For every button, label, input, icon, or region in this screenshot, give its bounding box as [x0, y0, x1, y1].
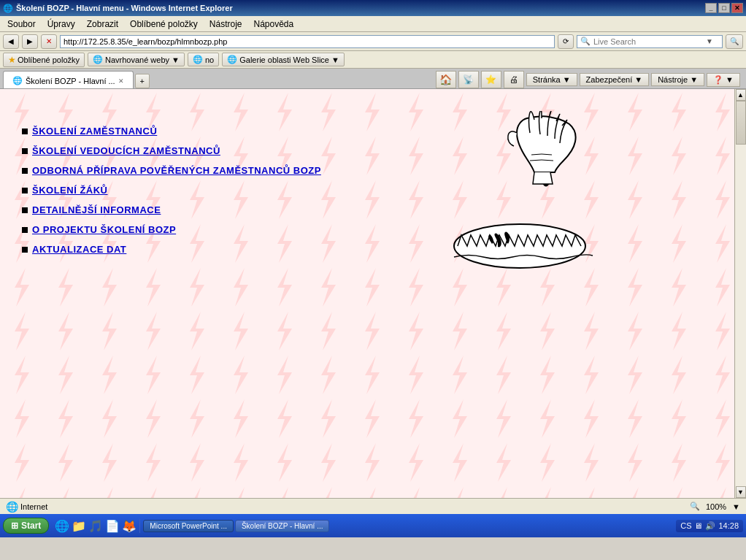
live-search-icon: 🔍 — [580, 37, 591, 46]
tools-button[interactable]: Nástroje ▼ — [651, 73, 704, 86]
link-skoleni-vedoucich[interactable]: ŠKOLENÍ VEDOUCÍCH ZAMĚSTNANCŮ — [32, 145, 220, 156]
no-item-button[interactable]: 🌐 no — [188, 53, 219, 66]
scroll-track[interactable] — [736, 101, 746, 486]
link-skoleni-zamestnancu[interactable]: ŠKOLENÍ ZAMĚSTNANCŮ — [32, 126, 157, 137]
page-button[interactable]: Stránka ▼ — [526, 73, 577, 86]
taskbar: ⊞ Start 🌐 📁 🎵 📄 🦊 Microsoft PowerPoint .… — [0, 514, 746, 537]
menu-soubor[interactable]: Soubor — [1, 18, 42, 31]
stop-button[interactable]: ✕ — [41, 34, 57, 49]
favorites-bar: ★ Oblíbené položky 🌐 Navrhované weby ▼ 🌐… — [0, 51, 746, 69]
taskbar-powerpoint[interactable]: Microsoft PowerPoint ... — [143, 520, 234, 532]
network-icon: 🖥 — [694, 521, 702, 530]
list-item: AKTUALIZACE DAT — [22, 244, 321, 255]
link-aktualizace[interactable]: AKTUALIZACE DAT — [32, 244, 126, 255]
link-skoleni-zaku[interactable]: ŠKOLENÍ ŽÁKŮ — [32, 185, 108, 196]
active-tab[interactable]: 🌐 Školení BOZP - Hlavní ... ✕ — [3, 71, 134, 88]
suggested-sites-button[interactable]: 🌐 Navrhované weby ▼ — [88, 53, 185, 66]
taskbar-right: CS 🖥 🔊 14:28 — [676, 520, 743, 532]
address-input[interactable] — [60, 35, 555, 48]
zoom-dropdown[interactable]: ▼ — [732, 502, 740, 511]
link-odborna-priprava[interactable]: ODBORNÁ PŘÍPRAVA POVĚŘENÝCH ZAMĚSTNANCŮ … — [32, 165, 321, 176]
title-bar-controls: _ □ ✕ — [705, 3, 743, 13]
home-button[interactable]: 🏠 — [436, 71, 456, 88]
speaker-icon: 🔊 — [705, 521, 715, 531]
zoom-label: 100% — [706, 502, 726, 511]
rss-button[interactable]: 📡 — [458, 71, 479, 88]
back-button[interactable]: ◀ — [3, 34, 19, 49]
internet-label: Internet — [20, 502, 47, 511]
time-label: 14:28 — [718, 521, 739, 530]
media-quick-icon[interactable]: 🎵 — [88, 519, 103, 533]
bullet-icon — [22, 168, 28, 174]
webslice-icon: 🌐 — [227, 55, 237, 64]
scrollbar[interactable]: ▲ ▼ — [734, 89, 746, 498]
link-detailnejsi[interactable]: DETAILNĚJŠÍ INFORMACE — [32, 204, 161, 215]
quick-launch: 🌐 📁 🎵 📄 🦊 — [52, 519, 140, 533]
search-input[interactable] — [593, 37, 703, 46]
bullet-icon — [22, 129, 28, 134]
ie-icon: 🌐 — [93, 55, 103, 64]
ie-quick-icon[interactable]: 🌐 — [55, 519, 69, 533]
list-item: O PROJEKTU ŠKOLENÍ BOZP — [22, 224, 321, 235]
favorites-label: Oblíbené položky — [18, 55, 80, 64]
zoom-icon: 🔍 — [690, 502, 700, 511]
menu-bar: Soubor Úpravy Zobrazit Oblíbené položky … — [0, 16, 746, 32]
menu-nastroje[interactable]: Nástroje — [204, 18, 248, 31]
globe-icon: 🌐 — [6, 501, 18, 513]
tools-label: Nástroje ▼ — [658, 75, 698, 84]
bullet-icon — [22, 247, 28, 253]
main-content: ▲ ▼ ŠKOLENÍ ZAMĚSTNANCŮ ŠKOLENÍ VEDOUCÍC… — [0, 89, 746, 498]
list-item: ODBORNÁ PŘÍPRAVA POVĚŘENÝCH ZAMĚSTNANCŮ … — [22, 165, 321, 176]
refresh-button[interactable]: ⟳ — [558, 34, 574, 49]
security-button[interactable]: Zabezpečení ▼ — [580, 73, 650, 86]
suggested-sites-label: Navrhované weby ▼ — [105, 55, 180, 64]
link-o-projektu[interactable]: O PROJEKTU ŠKOLENÍ BOZP — [32, 224, 176, 235]
security-label: Zabezpečení ▼ — [586, 75, 643, 84]
internet-badge: 🌐 Internet — [6, 501, 47, 513]
title-bar-left: 🌐 Školení BOZP - Hlavní menu - Windows I… — [3, 4, 233, 13]
new-tab-button[interactable]: + — [135, 74, 150, 88]
scroll-thumb[interactable] — [736, 101, 746, 145]
maximize-button[interactable]: □ — [718, 3, 730, 13]
status-bar: 🌐 Internet 🔍 100% ▼ — [0, 498, 746, 514]
scroll-down-button[interactable]: ▼ — [736, 486, 746, 498]
tab-close-button[interactable]: ✕ — [118, 77, 124, 85]
tab-label: Školení BOZP - Hlavní ... — [26, 77, 115, 85]
forward-button[interactable]: ▶ — [22, 34, 38, 49]
menu-upravy[interactable]: Úpravy — [42, 18, 81, 31]
svg-point-0 — [454, 224, 585, 268]
webslice-button[interactable]: 🌐 Galerie oblasti Web Slice ▼ — [222, 53, 345, 66]
scroll-up-button[interactable]: ▲ — [736, 89, 746, 101]
start-button[interactable]: ⊞ Start — [3, 518, 49, 534]
windows-logo: ⊞ — [11, 521, 18, 531]
list-item: ŠKOLENÍ ŽÁKŮ — [22, 185, 321, 196]
menu-napoveda[interactable]: Nápověda — [248, 18, 300, 31]
help-button[interactable]: ❓ ▼ — [707, 73, 740, 87]
ie-icon-2: 🌐 — [193, 55, 203, 64]
address-bar: ◀ ▶ ✕ ⟳ 🔍 ▼ 🔍 — [0, 32, 746, 51]
webslice-label: Galerie oblasti Web Slice ▼ — [239, 55, 339, 64]
help-label: ❓ ▼ — [713, 75, 734, 85]
bullet-icon — [22, 207, 28, 213]
taskbar-items: Microsoft PowerPoint ... Školení BOZP - … — [143, 520, 673, 532]
minimize-button[interactable]: _ — [705, 3, 717, 13]
bullet-icon — [22, 148, 28, 154]
search-dropdown-icon[interactable]: ▼ — [706, 37, 713, 45]
extra-icon-2[interactable]: 🦊 — [122, 519, 136, 533]
favorites-panel-button[interactable]: ⭐ — [481, 71, 501, 88]
star-icon: ★ — [8, 55, 16, 65]
list-item: DETAILNĚJŠÍ INFORMACE — [22, 204, 321, 215]
status-right: 🔍 100% ▼ — [690, 502, 740, 511]
list-item: ŠKOLENÍ ZAMĚSTNANCŮ — [22, 126, 321, 137]
print-button[interactable]: 🖨 — [504, 71, 524, 88]
extra-icon-1[interactable]: 📄 — [105, 519, 120, 533]
favorites-button[interactable]: ★ Oblíbené položky — [3, 53, 85, 67]
window-title: Školení BOZP - Hlavní menu - Windows Int… — [16, 4, 233, 12]
taskbar-ie[interactable]: Školení BOZP - Hlavní ... — [235, 520, 330, 532]
menu-zobrazit[interactable]: Zobrazit — [81, 18, 124, 31]
close-button[interactable]: ✕ — [731, 3, 743, 13]
menu-oblibene[interactable]: Oblíbené položky — [124, 18, 204, 31]
navigation-links: ŠKOLENÍ ZAMĚSTNANCŮ ŠKOLENÍ VEDOUCÍCH ZA… — [22, 126, 321, 264]
folder-quick-icon[interactable]: 📁 — [72, 519, 86, 533]
search-go-button[interactable]: 🔍 — [726, 34, 743, 49]
